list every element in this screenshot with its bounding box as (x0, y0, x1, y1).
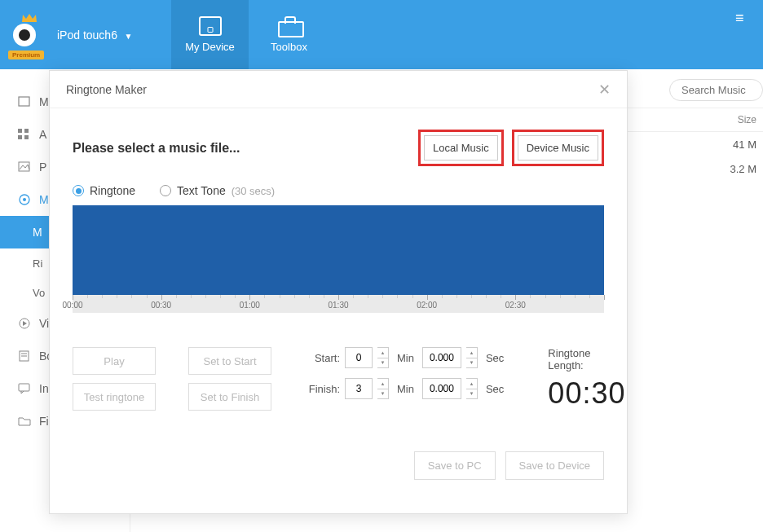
nav-tabs: My Device Toolbox (171, 0, 328, 69)
svg-rect-2 (24, 129, 29, 133)
svg-rect-1 (18, 129, 22, 133)
top-bar: Premium iPod touch6 ▼ My Device Toolbox … (0, 0, 763, 69)
logo-area: Premium iPod touch6 ▼ (0, 0, 171, 69)
time-mark: 00:00 (62, 301, 82, 310)
ringtone-length: Ringtone Length: 00:30 (548, 347, 625, 411)
set-finish-button[interactable]: Set to Finish (188, 383, 271, 411)
save-to-device-button[interactable]: Save to Device (505, 451, 604, 480)
app-logo: Premium (10, 15, 49, 55)
tab-my-device[interactable]: My Device (171, 0, 249, 69)
radio-texttone[interactable]: Text Tone(30 secs) (160, 184, 275, 197)
play-button[interactable]: Play (73, 347, 156, 375)
grid-icon (18, 96, 31, 108)
spinner[interactable]: ▲▼ (377, 347, 389, 368)
radio-icon (160, 185, 171, 196)
svg-rect-3 (18, 135, 22, 139)
col-size[interactable]: Size (714, 114, 763, 125)
waveform-area[interactable] (73, 205, 604, 295)
save-to-pc-button[interactable]: Save to PC (414, 451, 496, 480)
svg-rect-12 (19, 384, 29, 391)
svg-point-7 (23, 198, 26, 201)
radio-ringtone[interactable]: Ringtone (73, 184, 135, 197)
time-ruler: 00:0000:3001:0001:3002:0002:30 (73, 295, 604, 313)
set-start-button[interactable]: Set to Start (188, 347, 271, 375)
time-mark: 02:30 (505, 301, 526, 310)
finish-min-input[interactable] (345, 378, 373, 399)
device-music-button[interactable]: Device Music (518, 135, 598, 160)
search-input[interactable] (669, 79, 763, 101)
folder-icon (18, 415, 31, 427)
time-mark: 01:30 (328, 301, 348, 310)
ringtone-maker-modal: Ringtone Maker ✕ Please select a music f… (49, 70, 628, 514)
photo-icon (18, 161, 31, 173)
book-icon (18, 350, 31, 362)
spinner[interactable]: ▲▼ (466, 347, 478, 368)
premium-badge: Premium (8, 51, 44, 59)
time-mark: 02:00 (417, 301, 437, 310)
device-icon (199, 16, 222, 36)
tab-toolbox[interactable]: Toolbox (250, 0, 328, 69)
menu-icon[interactable]: ≡ (735, 10, 752, 27)
spinner[interactable]: ▲▼ (466, 378, 478, 399)
finish-sec-input[interactable] (422, 378, 461, 399)
apps-icon (18, 129, 31, 140)
device-selector[interactable]: iPod touch6 ▼ (57, 28, 132, 42)
local-music-highlight: Local Music (418, 130, 504, 166)
radio-icon (73, 185, 84, 196)
time-mark: 01:00 (240, 301, 260, 310)
select-prompt: Please select a music file... (73, 141, 240, 156)
svg-rect-4 (24, 135, 29, 139)
device-music-highlight: Device Music (512, 130, 604, 166)
chevron-down-icon: ▼ (124, 32, 132, 41)
play-icon (18, 318, 31, 329)
svg-rect-0 (19, 97, 29, 106)
start-sec-input[interactable] (422, 347, 461, 368)
local-music-button[interactable]: Local Music (424, 135, 498, 160)
finish-time-row: Finish: ▲▼ Min ▲▼ Sec (304, 378, 507, 399)
spinner[interactable]: ▲▼ (377, 378, 389, 399)
modal-header: Ringtone Maker ✕ (50, 71, 627, 108)
music-icon (18, 194, 31, 205)
time-mark: 00:30 (151, 301, 171, 310)
toolbox-icon (278, 16, 301, 36)
test-ringtone-button[interactable]: Test ringtone (73, 383, 156, 411)
close-icon[interactable]: ✕ (598, 81, 611, 99)
modal-title: Ringtone Maker (66, 83, 147, 96)
start-min-input[interactable] (345, 347, 373, 368)
tone-type-group: Ringtone Text Tone(30 secs) (73, 184, 604, 197)
chat-icon (18, 383, 31, 394)
length-value: 00:30 (548, 376, 625, 411)
start-time-row: Start: ▲▼ Min ▲▼ Sec (304, 347, 507, 368)
